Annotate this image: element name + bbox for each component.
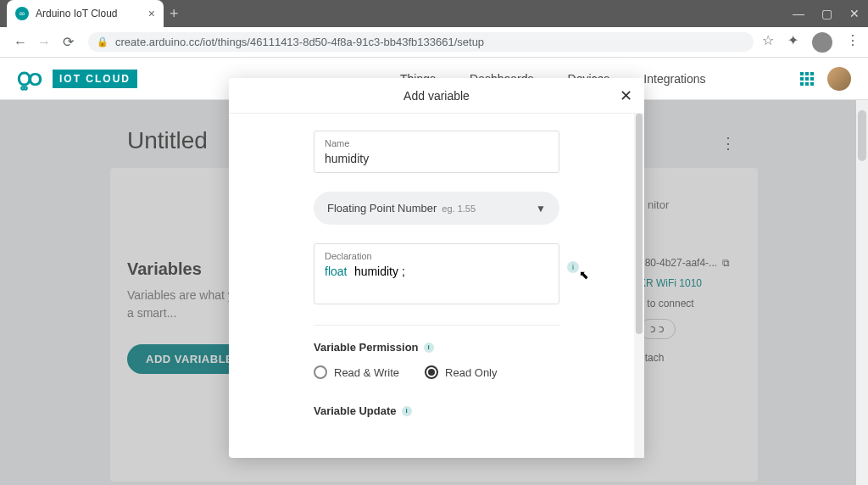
name-input-value[interactable]: humidity (325, 152, 548, 165)
forward-button[interactable]: → (32, 35, 56, 50)
bookmark-icon[interactable]: ☆ (762, 32, 774, 53)
tab-favicon: ∞ (15, 7, 29, 20)
radio-read-write[interactable]: Read & Write (314, 365, 399, 379)
new-tab-button[interactable]: + (170, 5, 179, 23)
tab-title: Arduino IoT Cloud (36, 8, 142, 20)
modal-body: Name humidity Floating Point Number eg. … (229, 114, 644, 458)
page-scrollbar-thumb[interactable] (858, 110, 866, 161)
browser-tab[interactable]: ∞ Arduino IoT Cloud × (7, 0, 164, 27)
lock-icon: 🔒 (97, 36, 108, 47)
apps-grid-icon[interactable] (800, 72, 814, 86)
page-scrollbar[interactable] (856, 100, 868, 485)
radio-unchecked-icon (314, 365, 327, 379)
modal-scrollbar-thumb[interactable] (636, 114, 643, 334)
url-text: create.arduino.cc/iot/things/46111413-8d… (115, 36, 484, 48)
url-input[interactable]: 🔒 create.arduino.cc/iot/things/46111413-… (88, 32, 754, 52)
name-field[interactable]: Name humidity (314, 131, 559, 173)
permission-radios: Read & Write Read Only (314, 365, 559, 379)
nav-integrations[interactable]: Integrations (643, 72, 705, 86)
tab-close-button[interactable]: × (148, 7, 155, 20)
info-icon[interactable]: i (567, 261, 579, 273)
modal-scrollbar[interactable] (634, 114, 644, 458)
type-value: Floating Point Number (327, 202, 437, 215)
update-label: Variable Update i (314, 404, 559, 417)
declaration-code: float humidity ; (325, 265, 548, 279)
name-label: Name (325, 138, 548, 148)
arduino-logo-icon: O͚O (17, 69, 47, 89)
declaration-label: Declaration (325, 251, 548, 261)
logo[interactable]: O͚O IOT CLOUD (17, 69, 137, 89)
declaration-field: Declaration float humidity ; i (314, 243, 559, 304)
mouse-cursor: ⬉ (579, 268, 589, 282)
maximize-button[interactable]: ▢ (821, 7, 832, 20)
info-icon[interactable]: i (402, 406, 412, 416)
info-icon[interactable]: i (424, 343, 434, 353)
profile-button[interactable] (812, 32, 832, 53)
chevron-down-icon: ▼ (536, 203, 546, 215)
type-select[interactable]: Floating Point Number eg. 1.55 ▼ (314, 192, 559, 225)
chrome-menu-icon[interactable]: ⋮ (846, 32, 860, 53)
minimize-button[interactable]: — (793, 7, 804, 20)
modal-close-button[interactable]: ✕ (620, 86, 632, 105)
user-avatar[interactable] (827, 67, 851, 91)
type-hint: eg. 1.55 (442, 203, 476, 214)
extensions-icon[interactable]: ✦ (787, 32, 798, 53)
radio-checked-icon (425, 365, 438, 379)
radio-read-only[interactable]: Read Only (425, 365, 497, 379)
reload-button[interactable]: ⟳ (56, 34, 80, 50)
logo-text: IOT CLOUD (53, 70, 137, 88)
close-window-button[interactable]: ✕ (849, 7, 860, 20)
permission-label: Variable Permission i (314, 341, 559, 354)
modal-header: Add variable ✕ (229, 78, 644, 114)
address-bar: ← → ⟳ 🔒 create.arduino.cc/iot/things/461… (0, 27, 868, 58)
back-button[interactable]: ← (8, 35, 32, 50)
modal-title: Add variable (403, 89, 470, 103)
divider (314, 325, 559, 326)
